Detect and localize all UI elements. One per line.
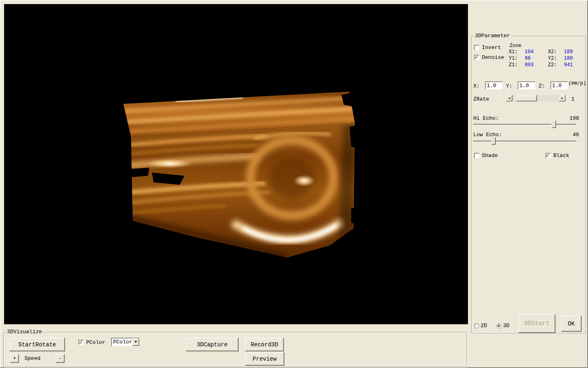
chevron-down-icon: ▼ bbox=[135, 341, 137, 343]
ultrasound-volume-render bbox=[4, 4, 468, 324]
pcolor-checkbox[interactable] bbox=[78, 340, 84, 345]
parameter-group: 3DParameter Invert Denoise Zone X1: 104 … bbox=[471, 36, 586, 334]
black-label: Black bbox=[553, 153, 569, 159]
ok-button[interactable]: OK bbox=[561, 316, 581, 332]
zrate-scrollbar[interactable]: ◄ ► bbox=[506, 95, 566, 101]
scale-y-input[interactable] bbox=[518, 81, 535, 90]
zone-y2-label: Y2: bbox=[548, 56, 557, 62]
zrate-scrollbar-thumb[interactable] bbox=[516, 95, 537, 101]
pcolor-label: PColor bbox=[86, 339, 105, 346]
shade-label: Shade bbox=[482, 153, 498, 159]
zone-y1-label: Y1: bbox=[509, 56, 518, 62]
shade-checkbox[interactable] bbox=[474, 153, 479, 158]
mode-2d-label: 2D bbox=[481, 323, 487, 329]
zone-x2-label: X2: bbox=[548, 49, 557, 55]
zone-z2-value: 941 bbox=[564, 62, 573, 68]
pcolor-dropdown-value: PColor bbox=[113, 339, 132, 346]
app-window: 3DParameter Invert Denoise Zone X1: 104 … bbox=[0, 0, 588, 368]
zone-x2-value: 189 bbox=[564, 49, 573, 55]
zrate-scroll-right-button[interactable]: ► bbox=[559, 95, 566, 101]
zone-title: Zone bbox=[510, 43, 521, 49]
zone-y2-value: 180 bbox=[564, 56, 573, 62]
speed-minus-button[interactable]: - bbox=[56, 354, 65, 363]
visualize-group: 3DVisualize StartRotate PColor PColor ▼ … bbox=[3, 332, 467, 367]
mode-3d-label: 3D bbox=[503, 323, 510, 329]
low-echo-slider-thumb[interactable] bbox=[491, 137, 496, 145]
invert-checkbox[interactable] bbox=[474, 45, 479, 50]
denoise-label: Denoise bbox=[482, 54, 504, 61]
invert-label: Invert bbox=[482, 45, 501, 51]
capture3d-button[interactable]: 3DCapture bbox=[186, 338, 238, 351]
zrate-value: 1 bbox=[571, 96, 575, 102]
low-echo-slider[interactable] bbox=[473, 137, 576, 145]
mode-3d-radio[interactable] bbox=[497, 323, 501, 328]
hi-echo-slider-track[interactable] bbox=[473, 124, 576, 125]
start3d-button[interactable]: 3DStart bbox=[518, 314, 555, 333]
low-echo-slider-track[interactable] bbox=[473, 141, 576, 142]
arrow-right-icon: ► bbox=[561, 97, 563, 100]
speed-label: Speed bbox=[24, 355, 40, 361]
zone-x1-label: X1: bbox=[509, 49, 518, 55]
scale-unit-label: (mm/p) bbox=[568, 81, 586, 87]
speed-plus-button[interactable]: + bbox=[10, 354, 19, 363]
zone-z1-value: 803 bbox=[525, 62, 534, 68]
zone-y1-value: 96 bbox=[525, 56, 530, 62]
scale-y-label: Y: bbox=[506, 83, 512, 89]
hi-echo-slider[interactable] bbox=[473, 120, 576, 128]
zone-z1-label: Z1: bbox=[509, 62, 518, 68]
scale-x-label: X: bbox=[473, 83, 480, 89]
pcolor-dropdown-button[interactable]: ▼ bbox=[132, 338, 139, 346]
denoise-checkbox[interactable] bbox=[474, 55, 479, 60]
zone-z2-label: Z2: bbox=[548, 62, 557, 68]
visualize-group-title: 3DVisualize bbox=[6, 329, 43, 335]
zrate-scroll-left-button[interactable]: ◄ bbox=[506, 95, 512, 101]
black-checkbox[interactable] bbox=[546, 153, 551, 158]
scale-x-input[interactable] bbox=[485, 81, 503, 90]
render-viewport[interactable] bbox=[4, 4, 468, 324]
zrate-label: ZRate bbox=[473, 96, 489, 102]
mode-2d-radio[interactable] bbox=[474, 323, 479, 328]
start-rotate-button[interactable]: StartRotate bbox=[9, 338, 65, 351]
scale-z-input[interactable] bbox=[550, 81, 568, 90]
scale-z-label: Z: bbox=[539, 83, 545, 89]
arrow-left-icon: ◄ bbox=[508, 97, 510, 100]
zone-x1-value: 104 bbox=[525, 49, 534, 55]
record3d-button[interactable]: Record3D bbox=[245, 338, 284, 351]
parameter-group-title: 3DParameter bbox=[474, 33, 511, 39]
hi-echo-slider-thumb[interactable] bbox=[552, 120, 556, 128]
preview-button[interactable]: Preview bbox=[245, 352, 284, 366]
pcolor-dropdown[interactable]: PColor ▼ bbox=[111, 338, 140, 346]
zrate-scrollbar-track[interactable] bbox=[512, 95, 559, 101]
